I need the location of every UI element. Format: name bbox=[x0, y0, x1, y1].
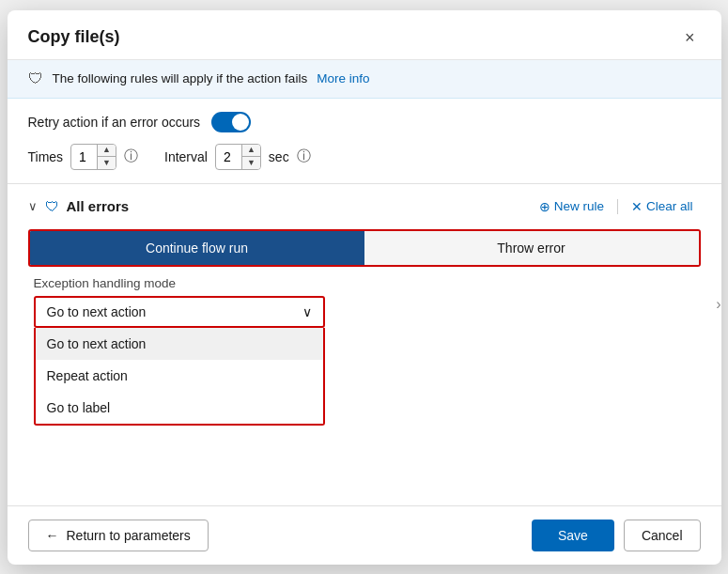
times-value: 1 bbox=[71, 145, 98, 169]
header-actions: ⊕ New rule ✕ Clear all bbox=[532, 195, 701, 218]
interval-spinner-btns: ▲ ▼ bbox=[242, 145, 260, 169]
shield-icon: 🛡 bbox=[28, 70, 43, 87]
new-rule-label: New rule bbox=[554, 199, 604, 213]
retry-label: Retry action if an error occurs bbox=[28, 115, 201, 130]
info-banner: 🛡 The following rules will apply if the … bbox=[8, 60, 721, 99]
times-decrement[interactable]: ▼ bbox=[98, 157, 116, 169]
interval-unit: sec bbox=[269, 149, 289, 164]
tab-continue-flow[interactable]: Continue flow run bbox=[30, 231, 364, 265]
times-increment[interactable]: ▲ bbox=[98, 145, 116, 158]
return-label: Return to parameters bbox=[67, 528, 191, 543]
interval-spinner[interactable]: 2 ▲ ▼ bbox=[215, 144, 261, 170]
exception-selected-value: Go to next action bbox=[47, 304, 147, 319]
dialog: Copy file(s) × 🛡 The following rules wil… bbox=[8, 10, 721, 565]
tab-row: Continue flow run Throw error bbox=[28, 229, 701, 267]
dropdown-item-go-to-next[interactable]: Go to next action bbox=[36, 328, 323, 360]
times-interval-row: Times 1 ▲ ▼ ⓘ Interval 2 ▲ ▼ sec ⓘ bbox=[8, 142, 721, 183]
save-button[interactable]: Save bbox=[532, 520, 614, 551]
info-banner-text: The following rules will apply if the ac… bbox=[53, 71, 308, 85]
retry-section: Retry action if an error occurs bbox=[8, 99, 721, 142]
exception-label: Exception handling mode bbox=[34, 276, 695, 290]
exception-section: Exception handling mode Go to next actio… bbox=[23, 276, 706, 334]
interval-decrement[interactable]: ▼ bbox=[242, 157, 260, 169]
plus-icon: ⊕ bbox=[539, 199, 550, 214]
dialog-header: Copy file(s) × bbox=[8, 10, 721, 60]
all-errors-left: ∨ 🛡 All errors bbox=[28, 198, 130, 214]
dialog-footer: ← Return to parameters Save Cancel bbox=[8, 505, 721, 565]
dropdown-item-go-to-label[interactable]: Go to label bbox=[36, 392, 323, 424]
times-label: Times bbox=[28, 149, 64, 164]
interval-info-icon: ⓘ bbox=[297, 147, 311, 165]
dropdown-item-repeat[interactable]: Repeat action bbox=[36, 360, 323, 392]
all-errors-section: ∨ 🛡 All errors ⊕ New rule ✕ Clear all Co… bbox=[8, 183, 721, 334]
arrow-left-icon: ← bbox=[46, 528, 59, 543]
times-info-icon: ⓘ bbox=[124, 147, 138, 165]
interval-label: Interval bbox=[164, 149, 208, 164]
all-errors-shield-icon: 🛡 bbox=[45, 198, 59, 214]
x-icon: ✕ bbox=[631, 199, 643, 214]
interval-group: Interval 2 ▲ ▼ sec ⓘ bbox=[164, 144, 311, 170]
clear-all-label: Clear all bbox=[646, 199, 693, 213]
footer-right: Save Cancel bbox=[532, 520, 701, 551]
clear-all-button[interactable]: ✕ Clear all bbox=[624, 195, 701, 218]
dialog-title: Copy file(s) bbox=[28, 27, 120, 47]
times-spinner-btns: ▲ ▼ bbox=[98, 145, 116, 169]
exception-dropdown-list: Go to next action Repeat action Go to la… bbox=[34, 328, 325, 426]
chevron-down-icon[interactable]: ∨ bbox=[28, 199, 38, 213]
times-group: Times 1 ▲ ▼ ⓘ bbox=[28, 144, 139, 170]
chevron-down-icon: ∨ bbox=[302, 304, 312, 319]
close-button[interactable]: × bbox=[679, 27, 701, 48]
cancel-button[interactable]: Cancel bbox=[624, 520, 701, 551]
interval-increment[interactable]: ▲ bbox=[242, 145, 260, 158]
retry-toggle[interactable] bbox=[211, 112, 251, 132]
dropdown-wrapper: Go to next action ∨ Go to next action Re… bbox=[34, 296, 325, 328]
all-errors-header: ∨ 🛡 All errors ⊕ New rule ✕ Clear all bbox=[23, 184, 706, 227]
times-spinner[interactable]: 1 ▲ ▼ bbox=[70, 144, 116, 170]
actions-divider bbox=[617, 199, 618, 214]
more-info-link[interactable]: More info bbox=[317, 71, 369, 85]
all-errors-label: All errors bbox=[67, 198, 130, 214]
tab-throw-error[interactable]: Throw error bbox=[364, 231, 699, 265]
new-rule-button[interactable]: ⊕ New rule bbox=[532, 195, 612, 218]
interval-value: 2 bbox=[216, 145, 242, 169]
exception-dropdown-trigger[interactable]: Go to next action ∨ bbox=[34, 296, 325, 328]
right-arrow-icon[interactable]: › bbox=[716, 296, 720, 313]
return-to-parameters-button[interactable]: ← Return to parameters bbox=[28, 520, 209, 551]
